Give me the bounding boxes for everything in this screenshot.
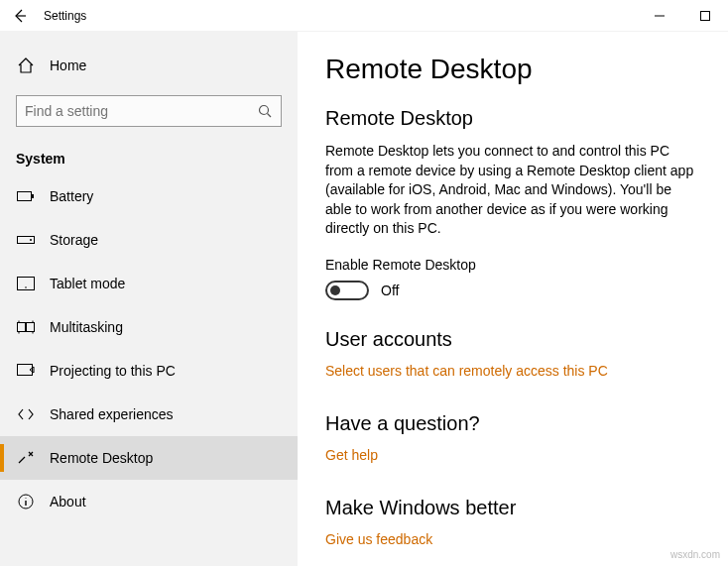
storage-icon — [16, 234, 36, 246]
search-input[interactable] — [25, 103, 257, 119]
search-box[interactable] — [16, 95, 282, 127]
toggle-knob-icon — [330, 285, 340, 295]
maximize-button[interactable] — [682, 0, 728, 32]
remote-desktop-description: Remote Desktop lets you connect to and c… — [325, 142, 700, 239]
svg-point-7 — [25, 286, 27, 288]
section-title-question: Have a question? — [325, 412, 700, 435]
content-area: Home System Battery Storage Tablet — [0, 32, 728, 566]
sidebar-item-battery[interactable]: Battery — [0, 174, 298, 218]
sidebar: Home System Battery Storage Tablet — [0, 32, 298, 566]
sidebar-item-label: Multitasking — [50, 319, 123, 335]
toggle-label: Enable Remote Desktop — [325, 257, 700, 273]
sidebar-item-label: Battery — [50, 188, 93, 204]
home-icon — [16, 57, 36, 74]
enable-remote-desktop-toggle-row: Off — [325, 281, 700, 300]
minimize-icon — [655, 11, 665, 21]
sidebar-item-label: Shared experiences — [50, 406, 174, 422]
watermark: wsxdn.com — [670, 549, 720, 560]
enable-remote-desktop-toggle[interactable] — [325, 281, 369, 300]
page-title: Remote Desktop — [325, 54, 700, 85]
home-nav[interactable]: Home — [0, 44, 298, 87]
section-title-remote-desktop: Remote Desktop — [325, 107, 700, 130]
sidebar-item-label: About — [50, 494, 86, 509]
sidebar-item-about[interactable]: About — [0, 480, 298, 523]
sidebar-item-multitasking[interactable]: Multitasking — [0, 305, 298, 349]
about-icon — [16, 494, 36, 509]
window-controls — [637, 0, 728, 32]
category-header: System — [0, 143, 298, 174]
projecting-icon — [16, 364, 36, 378]
svg-rect-3 — [32, 194, 34, 198]
main-panel: Remote Desktop Remote Desktop Remote Des… — [298, 32, 728, 566]
sidebar-item-tablet-mode[interactable]: Tablet mode — [0, 262, 298, 305]
sidebar-item-shared-experiences[interactable]: Shared experiences — [0, 393, 298, 436]
multitasking-icon — [16, 320, 36, 334]
back-arrow-icon — [12, 8, 28, 24]
shared-icon — [16, 407, 36, 421]
section-title-user-accounts: User accounts — [325, 328, 700, 351]
svg-rect-9 — [27, 323, 35, 332]
svg-rect-2 — [18, 192, 32, 201]
toggle-state: Off — [381, 283, 399, 298]
tablet-icon — [16, 277, 36, 290]
titlebar: Settings — [0, 0, 728, 32]
section-title-feedback: Make Windows better — [325, 497, 700, 519]
select-users-link[interactable]: Select users that can remotely access th… — [325, 363, 608, 379]
sidebar-item-label: Storage — [50, 232, 98, 248]
back-button[interactable] — [0, 0, 40, 32]
sidebar-item-projecting[interactable]: Projecting to this PC — [0, 349, 298, 393]
sidebar-item-label: Remote Desktop — [50, 450, 153, 466]
remote-desktop-icon — [16, 451, 36, 465]
home-label: Home — [50, 57, 86, 73]
svg-point-5 — [30, 239, 32, 241]
svg-rect-0 — [701, 11, 710, 20]
feedback-link[interactable]: Give us feedback — [325, 531, 432, 547]
svg-rect-8 — [18, 323, 26, 332]
get-help-link[interactable]: Get help — [325, 447, 378, 463]
battery-icon — [16, 190, 36, 202]
sidebar-item-storage[interactable]: Storage — [0, 218, 298, 262]
sidebar-item-label: Projecting to this PC — [50, 363, 176, 379]
app-title: Settings — [40, 9, 86, 23]
sidebar-item-remote-desktop[interactable]: Remote Desktop — [0, 436, 298, 480]
maximize-icon — [700, 11, 710, 21]
sidebar-item-label: Tablet mode — [50, 276, 125, 291]
search-icon — [257, 104, 273, 118]
minimize-button[interactable] — [637, 0, 682, 32]
svg-point-1 — [260, 106, 269, 115]
